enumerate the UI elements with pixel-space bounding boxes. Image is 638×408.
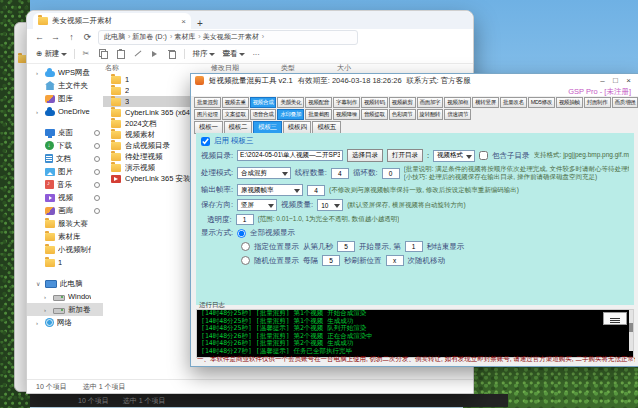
sidebar-item[interactable]: › Windows (C:): [27, 290, 103, 303]
tab[interactable]: 文案提取: [222, 109, 249, 120]
sidebar-item[interactable]: 素材库: [27, 230, 103, 243]
explorer-tab[interactable]: 美女视频二开素材 ×: [33, 13, 191, 29]
tab[interactable]: 图片处理: [194, 109, 221, 120]
orient-select[interactable]: 竖屏: [237, 199, 277, 211]
tab[interactable]: 视频抽帧: [556, 97, 583, 108]
console-scrollbar-thumb[interactable]: [629, 323, 633, 332]
tab[interactable]: MD5修改: [528, 97, 555, 108]
enable-template-checkbox[interactable]: [201, 137, 210, 146]
sidebar-item[interactable]: › 网络: [27, 316, 103, 329]
r2-start-input[interactable]: [337, 241, 355, 252]
back-icon[interactable]: ←: [34, 32, 45, 42]
cut-icon[interactable]: [82, 49, 92, 59]
tab[interactable]: 音频提取: [361, 109, 388, 120]
clear-log-button[interactable]: [603, 312, 627, 325]
rename-icon[interactable]: [133, 49, 143, 59]
tab[interactable]: 画面加字: [417, 97, 444, 108]
threads-input[interactable]: [331, 168, 349, 179]
refresh-icon[interactable]: ⟳: [82, 32, 93, 42]
up-icon[interactable]: ↑: [66, 32, 77, 42]
sidebar-item[interactable]: 视频: [27, 191, 103, 204]
tab[interactable]: 倍速调节: [444, 109, 471, 120]
tab[interactable]: 字幕制作: [333, 97, 360, 108]
breadcrumb-segment[interactable]: 此电脑: [103, 32, 131, 42]
tab[interactable]: 视频合成: [250, 97, 277, 108]
tab[interactable]: 水印叠加: [277, 109, 304, 120]
r2-end-input[interactable]: [405, 241, 423, 252]
log-console[interactable]: [14时48分25秒] [批量混剪] 第1个视频 开始合成渲染[14时48分25…: [196, 309, 634, 358]
r3-count-input[interactable]: [386, 255, 404, 266]
chevron-icon[interactable]: ›: [44, 294, 50, 300]
paste-icon[interactable]: [116, 49, 126, 59]
radio-all-videos[interactable]: [237, 229, 246, 238]
console-scrollbar[interactable]: [629, 310, 633, 351]
close-tab-icon[interactable]: ×: [181, 17, 186, 26]
sidebar-item[interactable]: 图库: [27, 92, 103, 105]
sort-button[interactable]: 排序: [192, 49, 215, 59]
recurse-checkbox[interactable]: [479, 151, 488, 160]
sidebar-item[interactable]: 文档: [27, 152, 103, 165]
chevron-icon[interactable]: ›: [36, 70, 42, 76]
sidebar-item[interactable]: › 新加卷 (D:): [27, 303, 103, 316]
dir-input[interactable]: [237, 150, 343, 161]
chevron-icon[interactable]: ›: [44, 307, 50, 313]
minimize-icon[interactable]: –: [596, 76, 609, 85]
open-dir-button[interactable]: 打开目录: [387, 149, 423, 162]
sidebar-item[interactable]: 小视频制作: [27, 243, 103, 256]
sidebar-item[interactable]: 服装大赛: [27, 217, 103, 230]
tab[interactable]: 视频配音: [305, 97, 332, 108]
chevron-icon[interactable]: ∨: [36, 280, 42, 287]
tab[interactable]: 视频去重: [222, 97, 249, 108]
mode-select[interactable]: 合成混剪: [237, 167, 291, 179]
breadcrumb-segment[interactable]: 素材库: [173, 32, 201, 42]
tab[interactable]: 视频加框: [444, 97, 471, 108]
tab[interactable]: 批量混剪: [194, 97, 221, 108]
format-select[interactable]: 视频格式: [433, 150, 475, 162]
breadcrumb[interactable]: 此电脑新加卷 (D:)素材库美女视频二开素材: [98, 30, 358, 45]
delete-icon[interactable]: [167, 49, 177, 59]
tab[interactable]: 批量截图: [305, 109, 332, 120]
sidebar-item[interactable]: 桌面: [27, 126, 103, 139]
chevron-icon[interactable]: ›: [36, 109, 42, 115]
radio-random-position[interactable]: [241, 256, 250, 265]
sidebar-item[interactable]: 画廊: [27, 204, 103, 217]
tab[interactable]: 视频降噪: [333, 109, 360, 120]
forward-icon[interactable]: →: [50, 32, 61, 42]
share-icon[interactable]: [150, 49, 160, 59]
more-button[interactable]: ···: [252, 50, 260, 59]
tab[interactable]: 语音合成: [250, 109, 277, 120]
sidebar-item[interactable]: 音乐: [27, 178, 103, 191]
tab[interactable]: 旋转翻转: [417, 109, 444, 120]
maximize-icon[interactable]: □: [609, 76, 622, 85]
alpha-input[interactable]: [236, 214, 254, 225]
tab[interactable]: 视频转码: [361, 97, 388, 108]
tab[interactable]: 视频裁剪: [389, 97, 416, 108]
tab[interactable]: 封面制作: [584, 97, 611, 108]
sidebar-item[interactable]: 主文件夹: [27, 79, 103, 92]
copy-icon[interactable]: [99, 49, 109, 59]
fps-select[interactable]: 原视频帧率: [237, 184, 303, 196]
tab[interactable]: 画质增强: [612, 97, 638, 108]
tab[interactable]: 批量改名: [500, 97, 527, 108]
sidebar-item[interactable]: ∨ 此电脑: [27, 277, 103, 290]
breadcrumb-segment[interactable]: 新加卷 (D:): [131, 32, 173, 42]
radio-fixed-position[interactable]: [241, 242, 250, 251]
tab[interactable]: 色彩调节: [389, 109, 416, 120]
quality-select[interactable]: 10: [317, 199, 343, 211]
sidebar-item[interactable]: 下载: [27, 139, 103, 152]
tab[interactable]: 横转竖屏: [472, 97, 499, 108]
chevron-icon[interactable]: ›: [36, 320, 42, 326]
sidebar-item[interactable]: 1: [27, 256, 103, 269]
new-tab-button[interactable]: +: [193, 18, 207, 29]
sidebar-item[interactable]: › WPS网盘: [27, 66, 103, 79]
tab[interactable]: 美颜美化: [277, 97, 304, 108]
breadcrumb-segment[interactable]: 美女视频二开素材: [202, 32, 265, 42]
view-button[interactable]: 查看: [222, 49, 245, 59]
fps-input[interactable]: [307, 185, 325, 196]
r3-interval-input[interactable]: [322, 255, 340, 266]
loop-input[interactable]: [382, 168, 400, 179]
sidebar-item[interactable]: 图片: [27, 165, 103, 178]
new-button[interactable]: ⊕ 新建: [36, 49, 67, 59]
sidebar-item[interactable]: › OneDrive: [27, 105, 103, 118]
close-icon[interactable]: ×: [622, 76, 635, 85]
